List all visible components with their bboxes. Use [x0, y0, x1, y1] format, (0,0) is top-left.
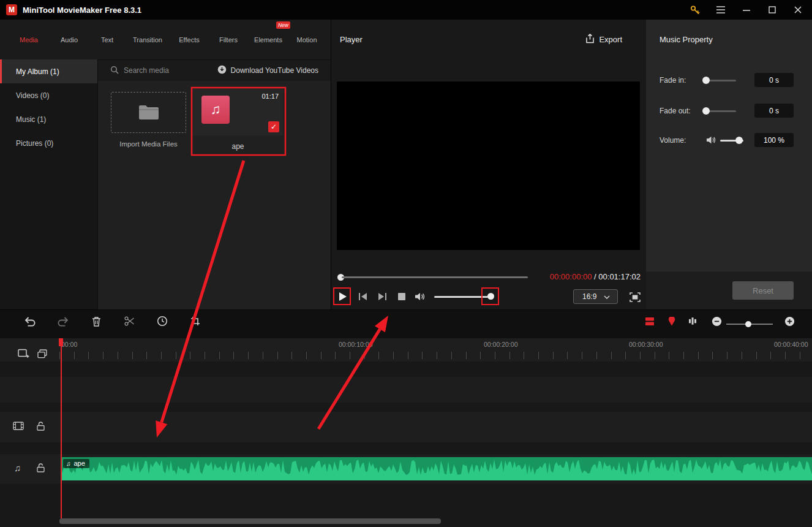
fade-in-value: 0 s: [754, 73, 794, 87]
sidebar-item-label: My Album (1): [16, 67, 59, 76]
aspect-ratio-value: 16:9: [582, 292, 596, 301]
timeline-ruler[interactable]: 00:00 00:00:10:00 00:00:20:00 00:00:30:0…: [0, 338, 812, 362]
minimize-button[interactable]: [741, 4, 752, 15]
tab-filters[interactable]: Filters: [208, 20, 249, 59]
mute-speaker-icon[interactable]: [412, 289, 428, 305]
import-media-dropzone[interactable]: [111, 92, 186, 133]
folder-icon: [138, 104, 159, 122]
clip-label: ♫ ape: [63, 459, 89, 468]
media-nav-tabs: Media ♪ Audio Tr Text ⇄ Transition Effec…: [0, 20, 331, 59]
titlebar-buttons: [690, 4, 812, 15]
download-label: Download YouTube Videos: [231, 66, 318, 75]
audio-clip-ape[interactable]: ♫ ape: [61, 457, 812, 480]
thumbnail-view-icon[interactable]: [644, 315, 656, 327]
maximize-button[interactable]: [767, 4, 778, 15]
playhead-line: [61, 338, 62, 518]
tab-label: Text: [101, 36, 113, 44]
sidebar-item-label: Videos (0): [16, 91, 49, 100]
sidebar-item-videos[interactable]: Videos (0): [0, 83, 97, 107]
add-to-track-icon[interactable]: [18, 349, 29, 358]
search-input[interactable]: [124, 66, 191, 75]
player-title: Player: [340, 35, 363, 44]
marker-icon[interactable]: [666, 315, 678, 327]
tab-motion[interactable]: Motion: [288, 20, 326, 59]
property-header: Music Property: [646, 20, 812, 59]
menu-icon[interactable]: [715, 4, 726, 15]
zoom-out-button[interactable]: [710, 315, 723, 327]
fullscreen-button[interactable]: [627, 289, 643, 305]
tab-audio[interactable]: ♪ Audio: [49, 20, 89, 59]
tab-label: Transition: [133, 36, 162, 44]
sidebar-item-label: Music (1): [16, 115, 46, 124]
track-height-icon[interactable]: [686, 315, 699, 327]
fade-out-handle[interactable]: [702, 107, 710, 115]
next-frame-button[interactable]: [374, 289, 390, 305]
undo-button[interactable]: [24, 315, 36, 327]
player-header: Player Export: [331, 20, 646, 59]
speaker-icon: [706, 135, 716, 146]
clip-note-icon: ♫: [66, 460, 71, 467]
sidebar-item-pictures[interactable]: Pictures (0): [0, 131, 97, 155]
play-button[interactable]: [335, 289, 351, 305]
selected-check-badge[interactable]: ✓: [268, 121, 279, 132]
video-track-lock-icon[interactable]: [37, 422, 45, 431]
media-item-ape[interactable]: ♫ 01:17 ✓ ape: [193, 89, 283, 153]
ruler-label: 00:00: [61, 341, 77, 348]
zoom-slider-handle[interactable]: [745, 321, 751, 327]
current-time: 00:00:00:00: [550, 272, 592, 281]
ruler-ticks: [59, 352, 812, 359]
video-track-icon: [13, 422, 24, 430]
library-sidebar: My Album (1) Videos (0) Music (1) Pictur…: [0, 59, 98, 309]
stop-button[interactable]: [394, 289, 410, 305]
media-library: Download YouTube Videos Import Media Fil…: [98, 59, 331, 309]
library-toolbar: Download YouTube Videos: [98, 59, 331, 81]
delete-button[interactable]: [90, 315, 102, 327]
music-property-panel: Fade in: 0 s Fade out: 0 s Volume: 100 %: [646, 59, 812, 271]
tab-text[interactable]: Tr Text: [89, 20, 125, 59]
time-separator: /: [592, 272, 598, 281]
media-thumbnail: ♫ 01:17 ✓: [193, 89, 283, 135]
app-logo-icon: M: [6, 4, 17, 15]
export-button[interactable]: Export: [585, 20, 622, 59]
previous-frame-button[interactable]: [355, 289, 370, 305]
split-scissors-button[interactable]: [123, 315, 135, 327]
clip-name: ape: [74, 460, 85, 467]
volume-track[interactable]: [434, 296, 488, 298]
zoom-in-button[interactable]: [783, 315, 795, 327]
speed-button[interactable]: [156, 315, 168, 327]
volume-label: Volume:: [660, 136, 686, 145]
volume-value: 100 %: [754, 133, 794, 147]
media-name: ape: [193, 142, 283, 151]
timeline-horizontal-scrollbar[interactable]: [59, 518, 441, 524]
fade-in-handle[interactable]: [702, 77, 710, 84]
aspect-ratio-select[interactable]: 16:9: [573, 289, 618, 304]
property-volume-handle[interactable]: [735, 137, 743, 144]
titlebar: M MiniTool MovieMaker Free 8.3.1: [0, 0, 812, 20]
seek-track[interactable]: [342, 276, 528, 278]
import-label: Import Media Files: [98, 140, 199, 148]
music-track-lock-icon[interactable]: [37, 463, 45, 472]
close-button[interactable]: [792, 4, 803, 15]
volume-handle[interactable]: [487, 293, 494, 300]
tab-transition[interactable]: ⇄ Transition: [125, 20, 170, 59]
sidebar-item-music[interactable]: Music (1): [0, 107, 97, 131]
tab-effects[interactable]: Effects: [170, 20, 208, 59]
sidebar-item-my-album[interactable]: My Album (1): [0, 59, 97, 83]
export-label: Export: [599, 35, 622, 44]
timeline-panel: 00:00 00:00:10:00 00:00:20:00 00:00:30:0…: [0, 338, 812, 527]
property-title: Music Property: [660, 35, 713, 44]
video-preview: [337, 82, 640, 250]
tab-elements[interactable]: New ★ Elements: [249, 20, 288, 59]
crop-button[interactable]: [189, 315, 201, 327]
license-key-icon[interactable]: [690, 4, 701, 15]
music-thumbnail-icon: ♫: [201, 96, 230, 124]
redo-button[interactable]: [57, 315, 69, 327]
reset-button[interactable]: Reset: [732, 281, 794, 300]
manage-tracks-icon[interactable]: [37, 349, 47, 358]
download-youtube-button[interactable]: Download YouTube Videos: [217, 65, 318, 76]
player-panel: 00:00:00:00 / 00:01:17:02 16:9: [331, 59, 646, 309]
fade-out-value: 0 s: [754, 104, 794, 118]
video-track: [0, 412, 812, 442]
tab-media[interactable]: Media: [9, 20, 49, 59]
tab-label: Effects: [179, 36, 199, 44]
